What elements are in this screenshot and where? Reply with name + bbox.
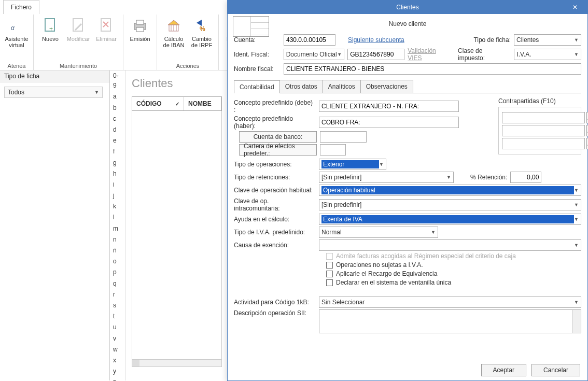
chk-ventanilla[interactable]: Declarar en el sistema de ventanilla úni… [326, 279, 581, 286]
alpha-ñ[interactable]: ñ [110, 245, 125, 256]
cambio-irpf-button[interactable]: % Cambio de IRPF [189, 17, 214, 49]
cp-input-3[interactable] [502, 138, 585, 149]
pct-ret-input[interactable] [510, 172, 541, 183]
cartera-button[interactable]: Cartera de efectos predeter.: [239, 144, 317, 156]
alpha-0-9[interactable]: 0-9 [110, 70, 125, 91]
alpha-j[interactable]: j [110, 190, 125, 201]
tipo-op-select[interactable]: Exterior▼ [319, 159, 386, 170]
grid-hscroll[interactable] [132, 360, 222, 367]
alpha-p[interactable]: p [110, 267, 125, 278]
col-nombre[interactable]: NOMBE [184, 97, 221, 110]
alpha-x[interactable]: x [110, 355, 125, 366]
modificar-button[interactable]: Modificar [66, 17, 91, 43]
cp-input-2[interactable] [502, 125, 585, 136]
textarea-scrollbar[interactable] [572, 310, 581, 333]
tab-contabilidad[interactable]: Contabilidad [234, 80, 280, 93]
clave-intra-select[interactable]: [Sin predefinir]▼ [319, 199, 581, 210]
image-placeholder[interactable] [233, 16, 269, 37]
edit-doc-icon [70, 18, 87, 34]
actividad-label: Actividad para Código 1kB: [234, 299, 316, 306]
alpha-h[interactable]: h [110, 168, 125, 179]
tab-otros-datos[interactable]: Otros datos [279, 80, 323, 93]
calculo-iban-button[interactable]: Cálculo de IBAN [161, 17, 186, 49]
causa-select[interactable]: ▼ [319, 239, 581, 251]
desc-sii-textarea[interactable] [319, 309, 581, 333]
cuenta-input[interactable] [284, 34, 335, 46]
siguiente-subcuenta-link[interactable]: Siguiente subcuenta [348, 36, 404, 44]
ayuda-select[interactable]: Exenta de IVA▼ [319, 214, 581, 225]
printer-icon [132, 18, 148, 34]
alpha-q[interactable]: q [110, 278, 125, 289]
chk-no-iva[interactable]: Operaciones no sujetas a I.V.A. [326, 261, 581, 269]
ayuda-label: Ayuda en el cálculo: [234, 216, 316, 223]
svg-rect-7 [136, 27, 144, 32]
tipo-ret-select[interactable]: [Sin predefinir]▼ [319, 172, 454, 183]
alpha-k[interactable]: k [110, 201, 125, 212]
alpha-w[interactable]: w [110, 344, 125, 355]
clase-impuesto-label: Clase de impuesto: [458, 47, 511, 62]
group-mant-label: Mantenimiento [38, 62, 119, 69]
tipo-ficha-select-dlg[interactable]: Clientes▼ [514, 34, 581, 46]
alpha-m[interactable]: m [110, 223, 125, 234]
alpha-c[interactable]: c [110, 114, 125, 124]
alpha-b[interactable]: b [110, 103, 125, 114]
alpha-l[interactable]: l [110, 212, 125, 223]
tipo-iva-select[interactable]: Normal▼ [319, 227, 438, 238]
alpha-t[interactable]: t [110, 311, 125, 322]
alpha-n[interactable]: n [110, 234, 125, 245]
clave-op-select[interactable]: Operación habitual▼ [319, 185, 581, 196]
actividad-select[interactable]: Sin Seleccionar▼ [319, 297, 581, 308]
alpha-s[interactable]: s [110, 300, 125, 311]
emision-button[interactable]: Emisión [128, 17, 152, 43]
alpha-u[interactable]: u [110, 322, 125, 333]
nombre-input[interactable] [284, 63, 581, 75]
cuenta-banco-input[interactable] [320, 131, 367, 143]
alpha-y[interactable]: y [110, 366, 125, 377]
alpha-index: 0-9abcdefghijklmnñopqrstuvwxyz [110, 70, 125, 380]
alpha-a[interactable]: a [110, 91, 125, 102]
eliminar-button[interactable]: Eliminar [94, 17, 119, 43]
close-button[interactable]: ✕ [565, 1, 585, 14]
tab-observaciones[interactable]: Observaciones [360, 80, 413, 93]
sort-check-icon: ✓ [175, 101, 179, 107]
alpha-icon: α [8, 18, 25, 34]
alpha-z[interactable]: z [110, 377, 125, 381]
alpha-o[interactable]: o [110, 256, 125, 267]
svg-text:α: α [11, 24, 15, 32]
alpha-f[interactable]: f [110, 146, 125, 157]
svg-rect-6 [136, 20, 144, 24]
ident-tipo-select[interactable]: Documento Oficial▼ [284, 49, 345, 60]
clave-op-label: Clave de operación habitual: [234, 187, 316, 194]
alpha-e[interactable]: e [110, 135, 125, 146]
col-codigo[interactable]: CÓDIGO✓ [132, 97, 184, 110]
cuenta-banco-button[interactable]: Cuenta de banco: [239, 131, 317, 143]
dialog-tabs: Contabilidad Otros datos Analíticos Obse… [234, 80, 581, 93]
nuevo-button[interactable]: + Nuevo [38, 17, 63, 43]
clase-impuesto-select[interactable]: I.V.A.▼ [514, 49, 581, 60]
grid-body[interactable] [132, 111, 222, 360]
tipo-ficha-select[interactable]: Todos▼ [4, 87, 103, 98]
cancelar-button[interactable]: Cancelar [531, 364, 580, 376]
dialog-nuevo-cliente: Clientes ✕ Nuevo cliente Cuenta: Siguien… [227, 0, 588, 381]
aceptar-button[interactable]: Aceptar [481, 364, 526, 376]
cp-input-1[interactable] [502, 112, 585, 123]
tab-fichero[interactable]: Fichero [3, 0, 39, 14]
validacion-vies-link[interactable]: Validación VIES [408, 47, 452, 62]
clave-intra-label: Clave de op. intracomunitaria: [234, 197, 316, 212]
left-panel: Tipo de ficha Todos▼ [0, 70, 110, 380]
alpha-g[interactable]: g [110, 158, 125, 168]
group-acciones-label: Acciones [161, 62, 214, 69]
tab-analiticos[interactable]: Analíticos [323, 80, 361, 93]
asistente-virtual-button[interactable]: α Asistente virtual [4, 17, 29, 49]
concepto-haber-input[interactable] [319, 117, 459, 128]
cuenta-label: Cuenta: [234, 36, 281, 44]
tipo-ficha-label: Tipo de ficha: [473, 36, 511, 44]
alpha-i[interactable]: i [110, 179, 125, 190]
concepto-debe-input[interactable] [319, 101, 459, 112]
ident-valor-input[interactable] [347, 49, 404, 60]
cartera-input[interactable] [320, 144, 346, 156]
alpha-r[interactable]: r [110, 289, 125, 300]
chk-recargo[interactable]: Aplicarle el Recargo de Equivalencia [326, 270, 581, 277]
alpha-v[interactable]: v [110, 333, 125, 344]
alpha-d[interactable]: d [110, 124, 125, 135]
